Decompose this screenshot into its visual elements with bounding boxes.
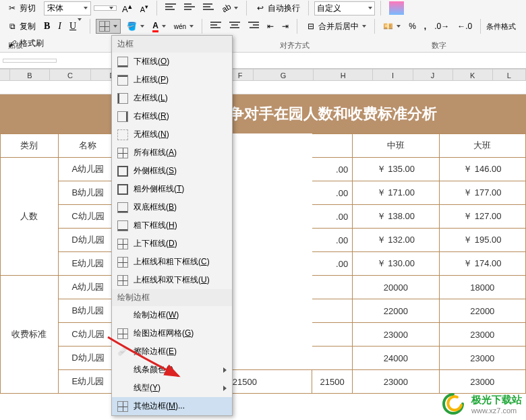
cell-big[interactable]: 23000 xyxy=(439,347,525,370)
menu-item-E[interactable]: 🩹擦除边框(E) xyxy=(112,342,232,361)
fill-color-button[interactable]: 🪣 xyxy=(123,20,147,33)
menu-item-A[interactable]: 所有框线(A) xyxy=(112,144,232,162)
cell-mid[interactable]: 24000 xyxy=(353,347,439,370)
worksheet[interactable]: 争对手在园人数和收费标准分析 类别 名称 总数/ 中班 大班 人数A幼儿园￥ 5… xyxy=(0,81,526,394)
col-header[interactable]: J xyxy=(413,69,453,80)
cell-mid[interactable]: 23000 xyxy=(353,370,439,394)
increase-decimal-button[interactable]: .0→ xyxy=(432,20,452,32)
cell-name[interactable]: B幼儿园 xyxy=(58,299,117,323)
cell[interactable]: .00 xyxy=(312,181,353,205)
menu-item-G[interactable]: 绘图边框网格(G) xyxy=(112,324,232,342)
cell-name[interactable]: B幼儿园 xyxy=(58,181,117,205)
align-bottom-button[interactable] xyxy=(200,2,216,14)
hdr-category[interactable]: 类别 xyxy=(1,134,59,158)
cond-format-button[interactable] xyxy=(386,0,407,16)
cell[interactable]: .00 xyxy=(312,205,353,229)
cell[interactable]: .00 xyxy=(312,252,353,276)
menu-item-S[interactable]: 外侧框线(S) xyxy=(112,162,232,180)
menu-item-Y[interactable]: 线型(Y) xyxy=(112,379,232,397)
cut-button[interactable]: ✂ 剪切 xyxy=(4,1,38,16)
cell-big[interactable]: ￥ 177.00 xyxy=(439,181,525,205)
menu-item-P[interactable]: 上框线(P) xyxy=(112,71,232,89)
cell-name[interactable]: A幼儿园 xyxy=(58,276,117,299)
cell[interactable] xyxy=(312,323,353,347)
decrease-font-button[interactable]: A▾ xyxy=(138,1,151,15)
align-top-button[interactable] xyxy=(163,2,179,14)
cell-name[interactable]: E幼儿园 xyxy=(58,370,117,394)
cell-mid[interactable]: ￥ 138.00 xyxy=(353,205,439,229)
cell-mid[interactable]: 20000 xyxy=(353,276,439,299)
name-box[interactable] xyxy=(3,59,57,63)
col-header[interactable]: G xyxy=(254,69,314,80)
cell-mid[interactable]: 23000 xyxy=(353,323,439,347)
col-header[interactable]: K xyxy=(453,69,493,80)
menu-item-D[interactable]: 上下框线(D) xyxy=(112,235,232,253)
hdr-mid[interactable]: 中班 xyxy=(353,134,439,158)
menu-item-R[interactable]: 右框线(R) xyxy=(112,107,232,125)
menu-item-I[interactable]: 线条颜色(I) xyxy=(112,361,232,379)
col-header[interactable]: B xyxy=(10,69,50,80)
align-right-button[interactable] xyxy=(245,20,262,32)
wrap-text-button[interactable]: ↩ 自动换行 xyxy=(252,1,303,16)
cell-mid[interactable]: 22000 xyxy=(353,299,439,323)
comma-button[interactable]: , xyxy=(421,20,429,32)
percent-button[interactable]: % xyxy=(406,20,419,32)
copy-button[interactable]: ⧉ 复制 xyxy=(4,20,38,34)
menu-item-U[interactable]: 上框线和双下框线(U) xyxy=(112,271,232,289)
col-header[interactable]: H xyxy=(314,69,374,80)
merge-center-button[interactable]: ⊟ 合并后居中 xyxy=(303,20,369,34)
currency-button[interactable]: 💴 xyxy=(380,20,403,32)
cell-name[interactable]: D幼儿园 xyxy=(58,229,117,252)
cell[interactable] xyxy=(312,276,353,299)
menu-item-N[interactable]: 无框线(N) xyxy=(112,125,232,144)
cell-big[interactable]: ￥ 174.00 xyxy=(439,252,525,276)
cell-big[interactable]: 23000 xyxy=(439,370,525,394)
menu-item-H[interactable]: 粗下框线(H) xyxy=(112,216,232,235)
hdr-name[interactable]: 名称 xyxy=(58,134,117,158)
cell-category[interactable]: 人数 xyxy=(1,158,59,276)
cell-mid[interactable]: ￥ 171.00 xyxy=(353,181,439,205)
font-name-select[interactable]: 宋体 xyxy=(44,1,91,16)
decrease-indent-button[interactable]: ⇤ xyxy=(264,20,276,32)
menu-item-O[interactable]: 下框线(O) xyxy=(112,53,232,71)
cell-name[interactable]: C幼儿园 xyxy=(58,323,117,347)
menu-item-W[interactable]: 绘制边框(W) xyxy=(112,306,232,324)
font-color-button[interactable]: A xyxy=(150,20,169,34)
increase-indent-button[interactable]: ⇥ xyxy=(279,20,291,32)
font-size-select[interactable] xyxy=(94,5,117,11)
bold-button[interactable]: B xyxy=(41,20,53,33)
number-format-select[interactable]: 自定义 xyxy=(314,1,375,16)
align-left-button[interactable] xyxy=(208,20,224,32)
cell[interactable] xyxy=(312,299,353,323)
cell-big[interactable]: ￥ 146.00 xyxy=(439,158,525,181)
underline-button[interactable]: U xyxy=(67,20,84,33)
cell[interactable]: .00 xyxy=(312,158,353,181)
cell-big[interactable]: 18000 xyxy=(439,276,525,299)
menu-item-M[interactable]: 其他边框(M)... xyxy=(112,397,232,415)
cell[interactable]: 21500 xyxy=(312,370,353,394)
align-middle-button[interactable] xyxy=(181,2,198,14)
phonetic-button[interactable]: wén xyxy=(171,22,196,32)
cell-big[interactable]: 22000 xyxy=(439,299,525,323)
cell-name[interactable]: E幼儿园 xyxy=(58,252,117,276)
col-header[interactable]: C xyxy=(50,69,91,80)
cell-name[interactable]: A幼儿园 xyxy=(58,158,117,181)
menu-item-T[interactable]: 粗外侧框线(T) xyxy=(112,180,232,198)
decrease-decimal-button[interactable]: ←.0 xyxy=(455,20,475,32)
hdr-big[interactable]: 大班 xyxy=(439,134,525,158)
cell-mid[interactable]: ￥ 135.00 xyxy=(353,158,439,181)
cell-big[interactable]: ￥ 127.00 xyxy=(439,205,525,229)
cell-mid[interactable]: ￥ 130.00 xyxy=(353,252,439,276)
menu-item-B[interactable]: 双底框线(B) xyxy=(112,198,232,216)
border-button[interactable] xyxy=(96,19,121,34)
italic-button[interactable]: I xyxy=(55,20,64,33)
cell-big[interactable]: ￥ 195.00 xyxy=(439,229,525,252)
menu-item-C[interactable]: 上框线和粗下框线(C) xyxy=(112,253,232,271)
menu-item-L[interactable]: 左框线(L) xyxy=(112,89,232,107)
cell-name[interactable]: C幼儿园 xyxy=(58,205,117,229)
cell-name[interactable]: D幼儿园 xyxy=(58,347,117,370)
cell-category[interactable]: 收费标准 xyxy=(1,276,59,394)
cell[interactable] xyxy=(312,347,353,370)
orientation-button[interactable]: ab xyxy=(219,2,241,14)
cell[interactable]: .00 xyxy=(312,229,353,252)
